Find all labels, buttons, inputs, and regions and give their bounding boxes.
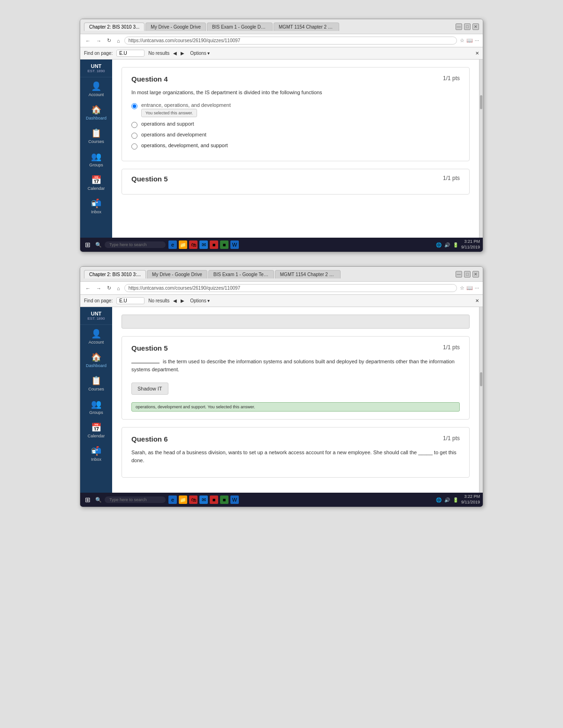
reader-icon-1[interactable]: 📖 [466,38,473,44]
main-content-1: UNT EST. 1890 👤 Account 🏠 Dashboard 📋 Co… [80,60,483,238]
find-next-2[interactable]: ▶ [181,298,184,303]
sidebar-item-inbox-2[interactable]: 📬 Inbox [80,442,112,465]
word-icon-1[interactable]: W [230,240,239,249]
find-prev-1[interactable]: ◀ [173,51,177,56]
question-6-pts: 1/1 pts [443,435,460,442]
tab-active-1[interactable]: Chapter 2: BIS 3010 3... [84,23,145,31]
close-button-1[interactable]: ✕ [472,23,479,30]
q4-option-d[interactable]: operations, development, and support [131,143,460,150]
calendar-icon-2: 📅 [91,422,101,433]
tab-3b[interactable]: BIS Exam 1 - Google Term [208,270,274,278]
scrollbar-1[interactable] [479,60,483,238]
start-button-2[interactable]: ⊞ [83,496,92,503]
close-button-2[interactable]: ✕ [472,271,479,278]
sidebar-item-calendar-1[interactable]: 📅 Calendar [80,171,112,195]
back-button-2[interactable]: ← [84,285,92,291]
refresh-button-1[interactable]: ↻ [106,38,113,44]
unt-logo-text-2: UNT [82,311,110,316]
taskbar-search-2[interactable] [105,496,166,503]
search-icon-2: 🔍 [95,497,102,503]
q4-radio-c[interactable] [131,133,137,139]
account-icon-1: 👤 [91,81,101,91]
store-icon-2[interactable]: 🛍 [189,495,198,504]
network-icon-1: 🌐 [436,242,441,248]
tab-active-2[interactable]: Chapter 2: BIS 3010 3:... [84,270,146,278]
find-options-2[interactable]: Options ▾ [190,298,210,303]
back-button-1[interactable]: ← [84,38,92,44]
refresh-button-2[interactable]: ↻ [106,285,113,291]
sidebar-item-inbox-1[interactable]: 📬 Inbox [80,195,112,218]
q4-option-c[interactable]: operations and development [131,132,460,139]
sidebar-item-account-2[interactable]: 👤 Account [80,325,112,348]
home-button-1[interactable]: ⌂ [115,38,122,44]
sidebar-item-courses-1[interactable]: 📋 Courses [80,124,112,148]
star-icon-1[interactable]: ☆ [460,38,464,44]
find-input-1[interactable] [116,50,145,57]
account-icon-2: 👤 [91,329,101,339]
groups-label-1: Groups [89,163,103,167]
q4-radio-d[interactable] [131,143,137,150]
q4-radio-b[interactable] [131,122,137,128]
taskbar-time-1: 3:21 PM 9/11/2019 [461,239,480,250]
minimize-button-1[interactable]: — [456,23,462,30]
search-icon-1: 🔍 [95,242,102,248]
address-input-2[interactable] [124,284,457,292]
sidebar-item-courses-2[interactable]: 📋 Courses [80,372,112,395]
tab-2b[interactable]: My Drive - Google Drive [147,270,207,278]
app-icon-green-1[interactable]: ■ [220,240,228,249]
sidebar-item-dashboard-2[interactable]: 🏠 Dashboard [80,348,112,372]
app-icon-red-2[interactable]: ■ [210,495,218,504]
home-button-2[interactable]: ⌂ [115,285,122,291]
more-icon-2[interactable]: ··· [475,285,479,291]
taskbar-search-1[interactable] [105,241,166,248]
find-options-1[interactable]: Options ▾ [190,51,210,56]
sidebar-item-dashboard-1[interactable]: 🏠 Dashboard [80,101,112,124]
tab-3[interactable]: BIS Exam 1 - Google Doc... [207,23,273,31]
sidebar-item-groups-1[interactable]: 👥 Groups [80,148,112,171]
q4-option-a[interactable]: entrance, operations, and development Yo… [131,102,460,117]
app-icon-red-1[interactable]: ■ [210,240,218,249]
sidebar-item-account-1[interactable]: 👤 Account [80,77,112,101]
tab-4b[interactable]: MGMT 1154 Chapter 2 Rev... [275,270,341,278]
address-bar-1: ← → ↻ ⌂ ☆ 📖 ··· [80,34,483,47]
address-input-1[interactable] [124,37,457,45]
question-5-partial-header: Question 5 1/1 pts [131,175,460,183]
q4-option-b[interactable]: operations and support [131,121,460,128]
find-prev-2[interactable]: ◀ [173,298,177,303]
word-icon-2[interactable]: W [230,495,239,504]
maximize-button-1[interactable]: □ [464,23,471,30]
account-label-2: Account [89,340,104,345]
q4-radio-a[interactable] [131,103,137,109]
find-close-2[interactable]: ✕ [475,298,479,303]
sidebar-item-groups-2[interactable]: 👥 Groups [80,395,112,419]
inbox-label-2: Inbox [91,457,101,462]
edge-icon-2[interactable]: e [168,495,177,504]
forward-button-2[interactable]: → [95,285,103,291]
question-4-title: Question 4 [131,75,168,83]
minimize-button-2[interactable]: — [456,271,462,278]
start-button-1[interactable]: ⊞ [83,241,92,248]
scrollbar-2[interactable] [479,307,483,493]
app-icon-green-2[interactable]: ■ [220,495,228,504]
star-icon-2[interactable]: ☆ [460,285,464,291]
reader-icon-2[interactable]: 📖 [466,285,473,291]
edge-icon-1[interactable]: e [168,240,177,249]
tab-2[interactable]: My Drive - Google Drive [145,23,206,31]
mail-icon-2[interactable]: ✉ [199,495,208,504]
browser-window-1: Chapter 2: BIS 3010 3... My Drive - Goog… [80,19,483,252]
dashboard-label-1: Dashboard [86,116,107,120]
store-icon-1[interactable]: 🛍 [189,240,198,249]
forward-button-1[interactable]: → [95,38,103,44]
folder-icon-2[interactable]: 📁 [179,495,187,504]
maximize-button-2[interactable]: □ [464,271,471,278]
find-input-2[interactable] [116,297,145,304]
folder-icon-1[interactable]: 📁 [179,240,187,249]
tab-4[interactable]: MGMT 1154 Chapter 2 Rev... [274,23,339,31]
tab-bar-1: Chapter 2: BIS 3010 3... My Drive - Goog… [84,23,453,31]
mail-icon-1[interactable]: ✉ [199,240,208,249]
inbox-icon-2: 📬 [91,446,101,456]
more-icon-1[interactable]: ··· [475,38,479,44]
find-next-1[interactable]: ▶ [181,51,184,56]
find-close-1[interactable]: ✕ [475,51,479,56]
sidebar-item-calendar-2[interactable]: 📅 Calendar [80,419,112,442]
